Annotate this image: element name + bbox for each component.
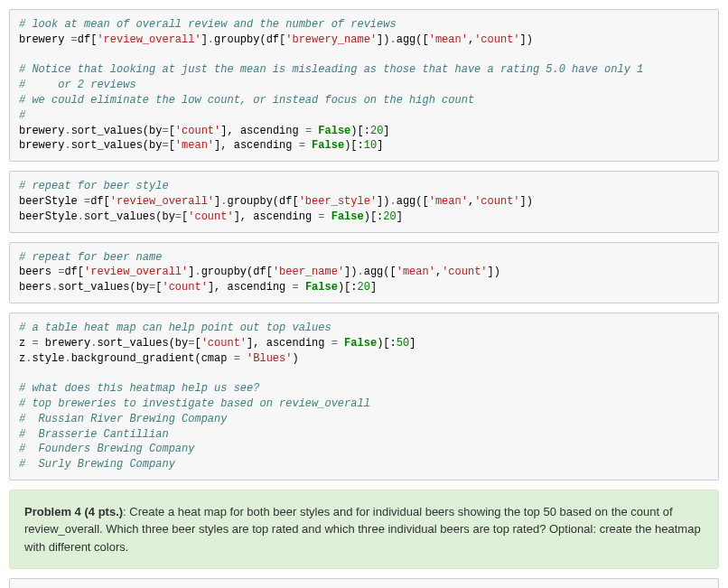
- code-token: =: [318, 210, 324, 223]
- code-cell[interactable]: # a table heat map can help point out to…: [9, 313, 719, 481]
- code-token: ], ascending: [208, 281, 293, 294]
- code-token: 'mean': [429, 195, 468, 208]
- code-token: .: [64, 139, 70, 152]
- code-token: 'brewery_name': [285, 33, 377, 46]
- notebook-container: # look at mean of overall review and the…: [9, 9, 719, 588]
- code-token: )[:: [344, 139, 364, 152]
- code-token: =: [234, 352, 240, 365]
- code-token: 'count': [442, 266, 487, 278]
- code-token: # Russian River Brewing Company: [19, 413, 227, 425]
- code-token: )[:: [338, 281, 358, 294]
- code-token: 50: [397, 337, 409, 350]
- code-token: .: [390, 195, 397, 208]
- code-token: 'review_overall': [97, 33, 201, 46]
- code-token: # Brasserie Cantillian: [19, 428, 169, 441]
- code-token: ]): [344, 266, 357, 278]
- code-token: [: [194, 337, 201, 350]
- code-token: ]): [377, 33, 389, 46]
- code-token: # look at mean of overall review and the…: [19, 18, 397, 31]
- code-token: ]): [520, 195, 533, 208]
- code-token: 'mean': [175, 139, 214, 152]
- code-token: =: [299, 139, 305, 152]
- code-token: groupby(df[: [227, 195, 298, 208]
- code-token: [: [169, 125, 175, 137]
- code-token: beers: [19, 266, 58, 278]
- code-token: 20: [370, 125, 383, 137]
- code-token: 'beer_style': [299, 195, 377, 208]
- code-token: df[: [64, 266, 84, 278]
- code-token: 10: [364, 139, 377, 152]
- code-token: ], ascending: [214, 139, 299, 152]
- code-token: [: [169, 139, 175, 152]
- code-token: False: [318, 125, 350, 137]
- code-token: .: [64, 125, 70, 137]
- code-token: ]: [201, 33, 208, 46]
- code-token: 20: [358, 281, 370, 294]
- code-token: ]): [377, 195, 389, 208]
- code-token: =: [331, 337, 338, 350]
- code-token: ): [292, 352, 298, 365]
- code-cell[interactable]: # repeat for beer name beers =df['review…: [9, 242, 719, 303]
- code-token: # Founders Brewing Company: [19, 443, 194, 455]
- code-token: 'count': [474, 33, 519, 46]
- code-token: )[:: [364, 210, 384, 223]
- code-token: sort_values(by: [58, 281, 149, 294]
- code-token: 'count': [175, 125, 220, 137]
- code-token: ], ascending: [247, 337, 331, 350]
- code-token: # Surly Brewing Company: [19, 458, 175, 471]
- code-token: False: [305, 281, 338, 294]
- code-cell[interactable]: # TODO create a heatmap for beer styles …: [9, 578, 719, 588]
- code-token: 'review_overall': [110, 195, 214, 208]
- code-token: agg([: [397, 33, 429, 46]
- code-cell[interactable]: # repeat for beer style beerStyle =df['r…: [9, 171, 719, 232]
- code-token: # or 2 reviews: [19, 79, 136, 91]
- code-token: =: [32, 337, 38, 350]
- code-token: =: [162, 125, 168, 137]
- code-token: )[:: [350, 125, 370, 137]
- code-token: style: [32, 352, 64, 365]
- code-token: 'count': [201, 337, 247, 350]
- code-token: #: [19, 109, 25, 122]
- code-token: background_gradient(cmap: [71, 352, 234, 365]
- code-token: ]: [409, 337, 415, 350]
- code-token: .: [64, 352, 70, 365]
- code-token: # repeat for beer style: [19, 180, 169, 192]
- code-cell[interactable]: # look at mean of overall review and the…: [9, 9, 719, 162]
- code-token: sort_values(by: [71, 125, 163, 137]
- code-token: )[:: [377, 337, 397, 350]
- code-token: sort_values(by: [84, 210, 175, 223]
- code-token: 20: [383, 210, 396, 223]
- problem-title: Problem 4 (4 pts.): [24, 505, 123, 518]
- code-token: 'mean': [429, 33, 468, 46]
- code-token: z: [19, 337, 32, 350]
- code-token: 'count': [188, 210, 233, 223]
- code-token: ]): [488, 266, 500, 278]
- code-token: .: [390, 33, 397, 46]
- problem-text: : Create a heat map for both beer styles…: [24, 505, 701, 554]
- code-token: brewery: [39, 337, 91, 350]
- code-token: =: [162, 139, 168, 152]
- code-token: =: [293, 281, 299, 294]
- code-token: ]: [370, 281, 377, 294]
- code-token: beerStyle: [19, 210, 78, 223]
- code-token: =: [305, 125, 312, 137]
- code-token: =: [71, 33, 78, 46]
- code-token: False: [344, 337, 377, 350]
- code-token: sort_values(by: [97, 337, 188, 350]
- code-token: # a table heat map can help point out to…: [19, 322, 331, 334]
- code-token: groupby(df[: [201, 266, 273, 278]
- code-token: sort_values(by: [71, 139, 163, 152]
- code-token: # we could eliminate the low count, or i…: [19, 94, 474, 107]
- code-token: beerStyle: [19, 195, 84, 208]
- code-token: 'Blues': [247, 352, 292, 365]
- code-token: # top breweries to investigate based on …: [19, 397, 370, 410]
- code-token: ], ascending: [234, 210, 319, 223]
- code-token: 'review_overall': [84, 266, 188, 278]
- code-token: groupby(df[: [214, 33, 285, 46]
- code-token: ]: [383, 125, 389, 137]
- code-token: beers: [19, 281, 51, 294]
- code-token: False: [331, 210, 364, 223]
- code-token: # Notice that looking at just the mean i…: [19, 63, 643, 76]
- code-token: brewery: [19, 139, 64, 152]
- code-token: .: [358, 266, 364, 278]
